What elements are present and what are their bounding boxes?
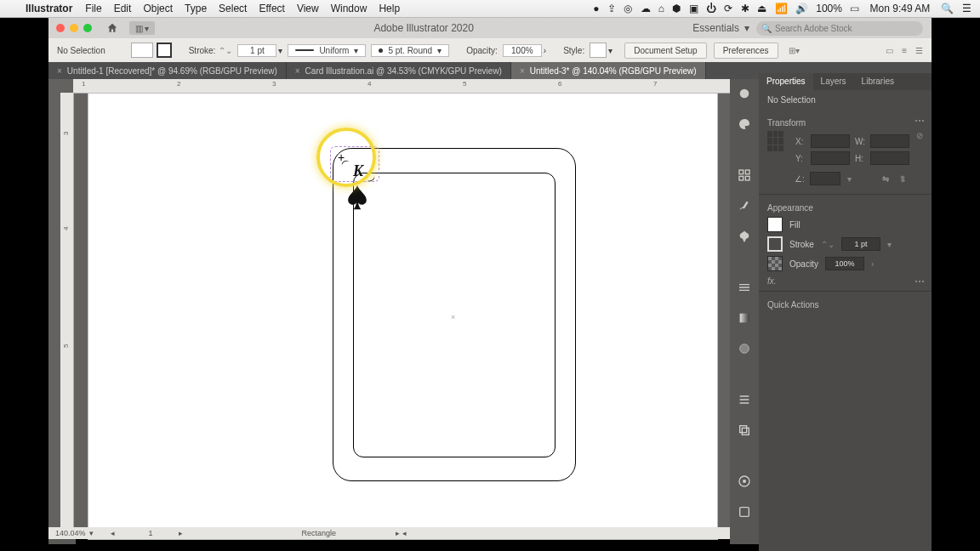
menu-file[interactable]: File: [85, 3, 101, 14]
appearance-more-icon[interactable]: ⋯: [914, 276, 925, 287]
app-name-menu[interactable]: Illustrator: [26, 3, 72, 14]
horizontal-ruler[interactable]: 1 2 3 4 5 6 7: [73, 79, 776, 94]
control-icon[interactable]: ≡: [902, 46, 907, 55]
stroke-weight-dropdown[interactable]: ▾: [278, 46, 282, 55]
status-icon[interactable]: ⇪: [607, 3, 616, 14]
panel-menu-icon[interactable]: ☰: [915, 46, 923, 55]
menu-object[interactable]: Object: [143, 3, 173, 14]
vertical-ruler[interactable]: 3 4 5: [60, 93, 74, 527]
stroke-profile-dropdown[interactable]: Uniform ▾: [288, 44, 366, 57]
align-button[interactable]: ⊞▾: [789, 46, 800, 55]
tab-properties[interactable]: Properties: [759, 73, 813, 90]
angle-field[interactable]: [810, 172, 840, 185]
menu-select[interactable]: Select: [219, 3, 247, 14]
symbols-panel-icon[interactable]: [735, 227, 754, 246]
stroke-weight-field[interactable]: 1 pt: [237, 44, 276, 57]
volume-icon[interactable]: 🔊: [795, 3, 808, 14]
swatches-panel-icon[interactable]: [735, 166, 754, 185]
brushes-panel-icon[interactable]: [735, 196, 754, 215]
menu-edit[interactable]: Edit: [114, 3, 132, 14]
fill-swatch[interactable]: [131, 43, 153, 58]
tab-libraries[interactable]: Libraries: [854, 73, 902, 90]
artboard-prev[interactable]: ◂: [111, 529, 115, 537]
close-window-button[interactable]: [56, 24, 65, 32]
menu-help[interactable]: Help: [379, 3, 400, 14]
preferences-button[interactable]: Preferences: [714, 43, 778, 59]
flip-horizontal-icon[interactable]: ⇋: [882, 174, 889, 184]
transform-more-icon[interactable]: ⋯: [914, 115, 925, 127]
control-center-icon[interactable]: ☰: [962, 3, 971, 14]
flip-vertical-icon[interactable]: ⥮: [899, 174, 906, 184]
tab-layers[interactable]: Layers: [813, 73, 854, 90]
color-panel-icon[interactable]: [735, 84, 754, 103]
color-guide-panel-icon[interactable]: [735, 115, 754, 133]
status-icon[interactable]: ⬢: [672, 3, 681, 14]
fill-swatch[interactable]: [767, 217, 783, 232]
status-nav[interactable]: ▸ ◂: [396, 529, 407, 537]
status-icon[interactable]: ▣: [689, 3, 698, 14]
transparency-panel-icon[interactable]: [735, 339, 754, 358]
h-field[interactable]: [870, 151, 909, 165]
opacity-swatch[interactable]: [767, 256, 783, 271]
status-icon[interactable]: ◎: [624, 3, 632, 14]
airdrop-icon[interactable]: ⏏: [757, 3, 766, 14]
stroke-panel-icon[interactable]: [735, 278, 754, 297]
adobe-stock-search[interactable]: 🔍 Search Adobe Stock: [756, 21, 923, 36]
close-tab-icon[interactable]: ×: [57, 66, 62, 76]
status-icon[interactable]: ☁: [641, 3, 651, 14]
close-tab-icon[interactable]: ×: [520, 66, 525, 76]
wifi-icon[interactable]: 📶: [775, 3, 788, 14]
workspace-switcher[interactable]: Essentials▾: [692, 22, 749, 34]
status-icon[interactable]: ●: [593, 3, 599, 14]
clock[interactable]: Mon 9:49 AM: [870, 3, 931, 14]
quick-actions-heading: Quick Actions: [767, 300, 923, 310]
document-tab[interactable]: ×Untitled-3* @ 140.04% (RGB/GPU Preview): [511, 62, 706, 79]
menu-view[interactable]: View: [297, 3, 319, 14]
y-field[interactable]: [811, 151, 850, 165]
fx-button[interactable]: fx.: [767, 276, 923, 286]
w-field[interactable]: [870, 134, 909, 148]
document-setup-button[interactable]: Document Setup: [624, 43, 707, 59]
document-tab[interactable]: ×Untitled-1 [Recovered]* @ 94.69% (RGB/G…: [48, 62, 287, 79]
spotlight-icon[interactable]: 🔍: [941, 3, 954, 14]
brush-dropdown[interactable]: 5 pt. Round ▾: [371, 44, 449, 57]
bluetooth-icon[interactable]: ✱: [741, 3, 749, 14]
status-icon[interactable]: ⌂: [658, 3, 664, 14]
svg-rect-12: [745, 176, 749, 180]
battery-icon[interactable]: ▭: [850, 3, 859, 14]
opacity-field[interactable]: 100%: [825, 257, 864, 270]
artboard-next[interactable]: ▸: [179, 529, 183, 537]
graphic-styles-panel-icon[interactable]: [735, 503, 754, 521]
close-tab-icon[interactable]: ×: [295, 66, 300, 76]
opacity-field[interactable]: 100%: [503, 44, 542, 57]
menu-type[interactable]: Type: [185, 3, 207, 14]
pathfinder-panel-icon[interactable]: [735, 421, 754, 440]
graphic-style-swatch[interactable]: [590, 43, 607, 58]
gradient-panel-icon[interactable]: [735, 309, 754, 327]
link-wh-icon[interactable]: ⊘: [916, 131, 923, 140]
minimize-window-button[interactable]: [70, 24, 78, 32]
menu-effect[interactable]: Effect: [259, 3, 284, 14]
arrange-documents-button[interactable]: ▥ ▾: [129, 21, 155, 35]
menu-window[interactable]: Window: [331, 3, 368, 14]
artboard-number[interactable]: 1: [149, 529, 153, 537]
stroke-weight-field[interactable]: 1 pt: [841, 237, 880, 251]
reference-point-selector[interactable]: [767, 131, 783, 151]
opacity-dropdown[interactable]: ›: [544, 46, 546, 55]
home-button[interactable]: [104, 21, 121, 35]
stroke-stepper[interactable]: ⌃⌄: [219, 46, 232, 55]
stroke-swatch[interactable]: [767, 236, 783, 252]
stroke-swatch[interactable]: [157, 43, 172, 58]
spade-icon[interactable]: [346, 185, 368, 209]
x-field[interactable]: [811, 134, 850, 148]
graphic-style-dropdown[interactable]: ▾: [608, 46, 612, 55]
align-panel-icon[interactable]: [735, 390, 754, 409]
document-tab[interactable]: ×Card Illustration.ai @ 34.53% (CMYK/GPU…: [287, 62, 511, 79]
status-icon[interactable]: ⟳: [724, 3, 732, 14]
artboard[interactable]: K + ×: [88, 94, 717, 539]
control-icon[interactable]: ▭: [886, 46, 893, 55]
appearance-panel-icon[interactable]: [735, 472, 754, 491]
zoom-level[interactable]: 140.04%: [55, 529, 86, 537]
maximize-window-button[interactable]: [83, 24, 92, 32]
status-icon[interactable]: ⏻: [706, 3, 716, 14]
